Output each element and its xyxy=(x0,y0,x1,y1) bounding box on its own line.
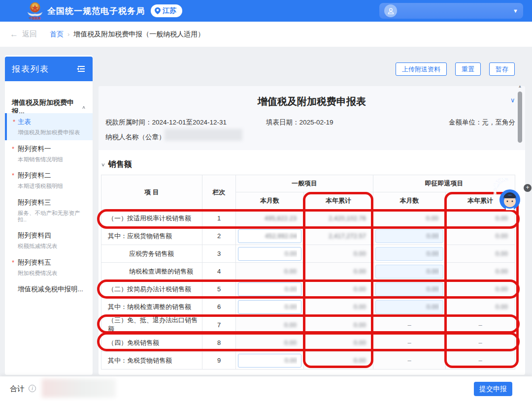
table-row: （二）按简易办法计税销售额 5 0.00 0.00 xyxy=(101,280,515,298)
sidebar-item-main-form[interactable]: * 主表 增值税及附加税费申报表 xyxy=(5,113,93,140)
sidebar-item-subtitle: 附加税费情况表 xyxy=(18,270,88,277)
row-colno: 3 xyxy=(202,245,236,263)
total-label: 合计 xyxy=(10,384,25,394)
cell-value: 2,417,272.57 xyxy=(329,232,366,240)
required-asterisk: * xyxy=(12,259,14,266)
breadcrumb-current: 增值税及附加税费申报（一般纳税人适用） xyxy=(73,30,204,39)
cell-value: – xyxy=(373,334,446,352)
cell-value: – xyxy=(446,316,515,334)
region-selector[interactable]: 江苏 xyxy=(151,4,182,17)
row-label: 纳税检查调整的销售额 xyxy=(101,263,202,280)
row-label: 其中：纳税检查调整的销售额 xyxy=(101,298,202,316)
table-row: （一）按适用税率计税销售额 1 495,822.23 2,420,102.76 … xyxy=(101,210,515,227)
sidebar-item-label: 附列资料五 xyxy=(18,258,88,267)
user-icon xyxy=(387,7,395,15)
col-header-colno: 栏次 xyxy=(202,175,236,210)
submit-declaration-button[interactable]: 提交申报 xyxy=(474,382,512,396)
assistant-widget[interactable]: 征纳互动 xyxy=(494,178,525,213)
row-colno: 7 xyxy=(202,316,236,334)
row-label: 其中：应税货物销售额 xyxy=(101,227,202,245)
refund-month-input[interactable] xyxy=(375,265,443,278)
table-row: 其中：纳税检查调整的销售额 6 0.00 0.00 xyxy=(101,298,515,316)
table-row: （三）免、抵、退办法出口销售额 7 0.00 0.00 – – xyxy=(101,316,515,334)
cell-value: – xyxy=(446,352,515,370)
collapse-form-header-icon[interactable]: ∨ xyxy=(510,96,515,104)
row-label: （二）按简易办法计税销售额 xyxy=(101,280,202,298)
table-row: 其中：应税货物销售额 2 2,417,272.57 0.00 xyxy=(101,227,515,245)
cell-value: 495,822.23 xyxy=(265,215,297,222)
sales-table: 项 目 栏次 一般项目 即征即退项目 本月数 本年累计 本月数 本年累计 （一）… xyxy=(101,175,515,370)
sidebar-item-appendix-5[interactable]: * 附列资料五 附加税费情况表 xyxy=(5,254,93,281)
sidebar-item-appendix-3[interactable]: 附列资料三 服务、不动产和无形资产扣.. xyxy=(5,194,93,227)
refund-month-input[interactable] xyxy=(375,282,443,296)
back-button[interactable]: 返回 xyxy=(22,30,37,39)
cell-value: 0.00 xyxy=(496,250,508,257)
cell-value: 0.00 xyxy=(354,268,366,275)
refund-month-input[interactable] xyxy=(375,300,443,314)
col-header-general: 一般项目 xyxy=(236,175,373,192)
general-month-input[interactable] xyxy=(238,229,301,243)
save-draft-button[interactable]: 暂存 xyxy=(489,62,515,76)
sidebar-item-label: 附列资料二 xyxy=(18,171,88,180)
plus-fab-icon[interactable]: + xyxy=(524,184,532,192)
table-row: 其中：免税货物销售额 9 0.00 – – xyxy=(101,352,515,370)
region-label: 江苏 xyxy=(163,6,176,15)
sales-section-header[interactable]: ∨ 销售额 xyxy=(101,159,132,170)
row-colno: 6 xyxy=(202,298,236,316)
sidebar-item-appendix-4[interactable]: 附列资料四 税额抵减情况表 xyxy=(5,227,93,254)
cell-value: 0.00 xyxy=(354,339,366,346)
col-header-month: 本月数 xyxy=(373,192,446,210)
row-colno: 5 xyxy=(202,280,236,298)
sidebar-item-subtitle: 本期销售情况明细 xyxy=(18,156,88,163)
svg-text:中国税务: 中国税务 xyxy=(29,16,41,20)
chevron-down-icon: ∨ xyxy=(101,162,105,167)
cell-value: 0.00 xyxy=(496,232,508,240)
footer-bar: 合计 i 提交申报 xyxy=(0,376,532,401)
user-account-chip[interactable]: ▼ xyxy=(379,3,523,19)
sidebar-item-appendix-1[interactable]: * 附列资料一 本期销售情况明细 xyxy=(5,140,93,167)
cell-value: 0.00 xyxy=(284,339,297,346)
location-pin-icon xyxy=(155,7,161,14)
general-month-input[interactable] xyxy=(238,282,301,296)
col-header-item: 项 目 xyxy=(101,175,202,210)
refund-month-input[interactable] xyxy=(375,247,443,261)
refund-month-input[interactable] xyxy=(375,229,443,243)
cell-value: 0.00 xyxy=(284,268,297,275)
general-month-input[interactable] xyxy=(238,354,301,368)
general-month-input[interactable] xyxy=(238,247,301,261)
table-row: （四）免税销售额 8 0.00 0.00 – – xyxy=(101,334,515,352)
general-month-input[interactable] xyxy=(238,300,301,314)
form-toolbar: 上传附送资料 重置 暂存 xyxy=(0,62,515,76)
sidebar-item-subtitle: 本期进项税额明细 xyxy=(18,183,88,189)
sidebar-item-label: 主表 xyxy=(18,118,88,126)
sidebar-item-label: 附列资料三 xyxy=(18,198,88,207)
sidebar-item-vat-reduction[interactable]: 增值税减免税申报明... xyxy=(5,280,93,298)
app-title: 全国统一规范电子税务局 xyxy=(47,5,145,17)
breadcrumb: ← 返回 首页 › 增值税及附加税费申报（一般纳税人适用） xyxy=(0,22,532,47)
breadcrumb-home-link[interactable]: 首页 xyxy=(50,30,64,39)
cell-value: – xyxy=(373,316,446,334)
reset-button[interactable]: 重置 xyxy=(455,62,481,76)
info-icon[interactable]: i xyxy=(29,385,36,392)
scrollbar-up-arrow[interactable]: ▲ xyxy=(518,84,522,89)
breadcrumb-separator: › xyxy=(67,31,69,38)
col-header-year: 本年累计 xyxy=(304,192,373,210)
row-colno: 4 xyxy=(202,263,236,280)
tax-period: 税款所属时间：2024-12-01至2024-12-31 xyxy=(105,118,227,127)
required-asterisk: * xyxy=(13,118,15,125)
cell-value: 0.00 xyxy=(496,303,508,310)
row-label: 应税劳务销售额 xyxy=(101,245,202,263)
sidebar-item-label: 附列资料一 xyxy=(18,145,88,154)
row-colno: 1 xyxy=(202,210,236,227)
cell-value: 0.00 xyxy=(354,285,366,293)
row-label: 其中：免税货物销售额 xyxy=(101,352,202,370)
row-colno: 9 xyxy=(202,352,236,370)
scrollbar-thumb[interactable] xyxy=(518,92,522,143)
sidebar-item-appendix-2[interactable]: * 附列资料二 本期进项税额明细 xyxy=(5,167,93,194)
upload-attachments-button[interactable]: 上传附送资料 xyxy=(396,62,447,76)
cell-value: 0.00 xyxy=(426,215,438,222)
back-arrow-icon[interactable]: ← xyxy=(10,30,18,39)
cell-value: 0.00 xyxy=(496,285,508,293)
taxpayer-name-label: 纳税人名称（公章） xyxy=(105,133,166,142)
table-row: 应税劳务销售额 3 0.00 0.00 xyxy=(101,245,515,263)
